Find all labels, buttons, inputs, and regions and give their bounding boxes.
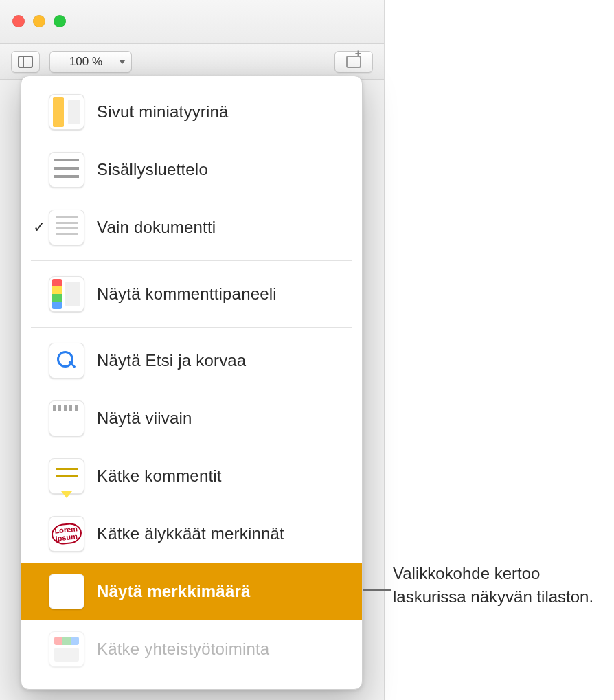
menu-item-show-character-count[interactable]: 42 Näytä merkkimäärä	[21, 563, 362, 620]
smart-annotations-icon: LoremIpsum	[49, 516, 84, 552]
menu-item-label: Sivut miniatyyrinä	[97, 102, 229, 122]
sidebar-icon	[18, 56, 33, 68]
character-count-icon: 42	[49, 574, 84, 609]
page-thumbnails-icon	[49, 94, 84, 130]
comment-icon	[49, 458, 84, 494]
close-window-button[interactable]	[12, 15, 25, 27]
menu-item-label: Näytä merkkimäärä	[97, 582, 251, 601]
menu-item-show-ruler[interactable]: Näytä viivain	[21, 389, 362, 447]
menu-item-label: Vain dokumentti	[97, 218, 216, 237]
menu-item-document-only[interactable]: ✓ Vain dokumentti	[21, 199, 362, 256]
zoom-dropdown[interactable]: 100 %	[49, 51, 132, 73]
menu-item-show-find-replace[interactable]: Näytä Etsi ja korvaa	[21, 332, 362, 389]
menu-item-label: Sisällysluettelo	[97, 160, 208, 179]
window-controls	[12, 15, 66, 27]
view-menu: Sivut miniatyyrinä Sisällysluettelo ✓ Va…	[21, 76, 363, 690]
menu-item-hide-comments[interactable]: Kätke kommentit	[21, 447, 362, 505]
callout-text: Valikkokohde kertoo laskurissa näkyvän t…	[393, 562, 599, 609]
titlebar	[0, 0, 384, 44]
menu-item-hide-smart-annotations[interactable]: LoremIpsum Kätke älykkäät merkinnät	[21, 505, 362, 563]
menu-item-label: Näytä kommenttipaneeli	[97, 284, 277, 304]
document-only-icon	[49, 210, 84, 245]
menu-item-label: Kätke yhteistyötoiminta	[97, 640, 269, 659]
menu-item-label: Näytä Etsi ja korvaa	[97, 351, 246, 370]
menu-item-label: Kätke kommentit	[97, 466, 222, 486]
app-window: 100 % Sivut miniatyyrinä Sisällysluettel…	[0, 0, 385, 700]
add-page-button[interactable]	[334, 51, 373, 73]
checkmark-icon: ✓	[30, 218, 49, 236]
zoom-value: 100 %	[69, 55, 102, 69]
menu-item-page-thumbnails[interactable]: Sivut miniatyyrinä	[21, 83, 362, 141]
callout-leader-line	[363, 589, 391, 591]
menu-item-show-comments-panel[interactable]: Näytä kommenttipaneeli	[21, 265, 362, 323]
menu-separator	[31, 260, 352, 261]
table-of-contents-icon	[49, 152, 84, 188]
ruler-icon	[49, 400, 84, 436]
menu-item-label: Näytä viivain	[97, 409, 192, 428]
menu-separator	[31, 327, 352, 328]
add-page-icon	[346, 56, 361, 68]
menu-item-label: Kätke älykkäät merkinnät	[97, 524, 284, 543]
menu-item-hide-collaboration: Kätke yhteistyötoiminta	[21, 620, 362, 678]
zoom-window-button[interactable]	[54, 15, 66, 27]
menu-item-table-of-contents[interactable]: Sisällysluettelo	[21, 141, 362, 199]
view-menu-button[interactable]	[11, 51, 40, 73]
minimize-window-button[interactable]	[33, 15, 45, 27]
comments-panel-icon	[49, 276, 84, 312]
toolbar: 100 %	[0, 44, 384, 80]
search-icon	[49, 343, 84, 379]
collaboration-icon	[49, 631, 84, 667]
